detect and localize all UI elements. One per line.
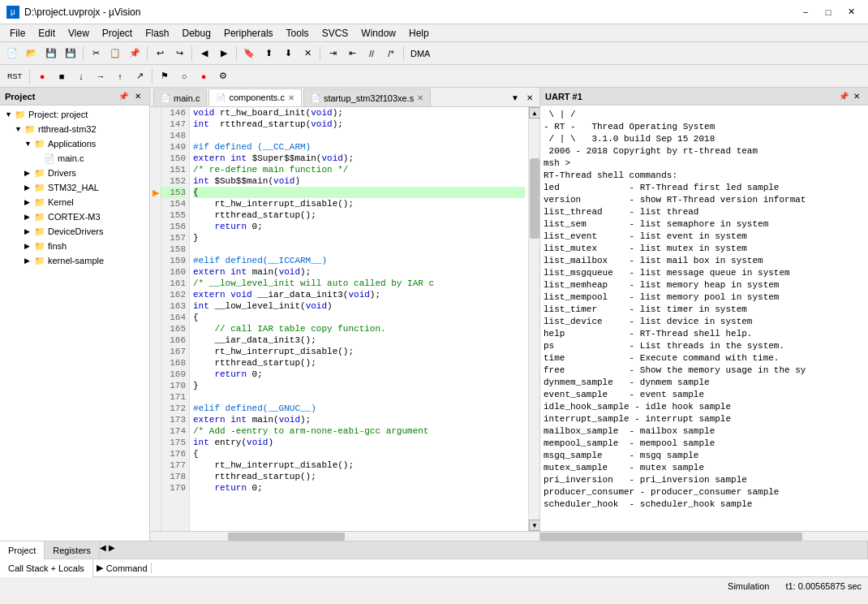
- settings-button[interactable]: ⚙: [214, 67, 232, 85]
- tree-item-label-10: finsh: [48, 241, 67, 251]
- menu-item-flash[interactable]: Flash: [139, 24, 175, 42]
- step-over-button[interactable]: →: [92, 67, 110, 85]
- paste-button[interactable]: 📌: [126, 45, 144, 63]
- uart-line-3: / | \ 3.1.0 build Sep 15 2018: [544, 133, 865, 145]
- scroll-up-button[interactable]: ▲: [529, 107, 539, 119]
- close-tab-icon[interactable]: ✕: [288, 93, 294, 102]
- folder-icon: 📁: [24, 124, 36, 135]
- uart-close-button[interactable]: ✕: [850, 90, 863, 103]
- clear-bookmarks-button[interactable]: ✕: [299, 45, 316, 63]
- code-vertical-scrollbar[interactable]: ▲ ▼: [528, 107, 539, 531]
- redo-button[interactable]: ↪: [170, 45, 188, 63]
- close-all-tabs-button[interactable]: ✕: [523, 88, 536, 106]
- tree-item-drivers[interactable]: ▶ 📁 Drivers: [2, 166, 148, 180]
- indicator-150: [150, 153, 161, 164]
- tree-item-rtthread[interactable]: ▼ 📁 rtthread-stm32: [2, 122, 148, 136]
- code-line-169: return 0;: [193, 369, 525, 380]
- folder-icon-9: 📁: [34, 256, 45, 266]
- copy-button[interactable]: 📋: [106, 45, 124, 63]
- scroll-thumb[interactable]: [530, 158, 539, 239]
- menu-item-peripherals[interactable]: Peripherals: [217, 24, 280, 42]
- cut-button[interactable]: ✂: [87, 45, 105, 63]
- menu-item-help[interactable]: Help: [402, 24, 436, 42]
- tab-mainc[interactable]: 📄 main.c: [153, 88, 207, 106]
- save-button[interactable]: 💾: [42, 45, 60, 63]
- project-close-button[interactable]: ✕: [131, 90, 144, 103]
- kill-bp-button[interactable]: ●: [195, 67, 213, 85]
- uncomment-button[interactable]: /*: [382, 45, 400, 63]
- tree-item-devicedrivers[interactable]: ▶ 📁 DeviceDrivers: [2, 224, 148, 239]
- bookmark-button[interactable]: 🔖: [240, 45, 258, 63]
- maximize-button[interactable]: □: [818, 4, 839, 20]
- uart-h-scroll-thumb[interactable]: [540, 533, 802, 541]
- unindent-button[interactable]: ⇤: [343, 45, 361, 63]
- tree-item-stm32hal[interactable]: ▶ 📁 STM32_HAL: [2, 180, 148, 195]
- indicator-149: [150, 141, 161, 153]
- command-input[interactable]: [152, 563, 868, 573]
- menu-item-tools[interactable]: Tools: [280, 24, 316, 42]
- comment-button[interactable]: //: [363, 45, 380, 63]
- code-h-scroll-thumb[interactable]: [228, 533, 345, 541]
- rst-button[interactable]: RST: [3, 67, 26, 85]
- tree-item-cortex[interactable]: ▶ 📁 CORTEX-M3: [2, 209, 148, 224]
- save-all-button[interactable]: 💾: [62, 45, 79, 63]
- code-text[interactable]: void rt_hw_board_init(void); int rtthrea…: [190, 107, 528, 531]
- next-bookmark-button[interactable]: ⬇: [279, 45, 297, 63]
- code-line-167: rt_hw_interrupt_disable();: [193, 346, 525, 357]
- menu-item-debug[interactable]: Debug: [176, 24, 217, 42]
- tab-startup[interactable]: 📄 startup_stm32f103xe.s ✕: [303, 88, 431, 106]
- open-file-button[interactable]: 📂: [23, 45, 41, 63]
- tree-item-mainc[interactable]: 📄 main.c: [2, 151, 148, 166]
- uart-content[interactable]: \ | / - RT - Thread Operating System / |…: [540, 106, 868, 531]
- tab-componentsc[interactable]: 📄 components.c ✕: [208, 88, 301, 106]
- scroll-left-button[interactable]: ◀: [100, 543, 106, 552]
- navigate-back-button[interactable]: ◀: [196, 45, 213, 63]
- callstack-locals-tab[interactable]: Call Stack + Locals: [0, 559, 93, 577]
- uart-h-scroll-track[interactable]: [540, 532, 868, 541]
- prev-bookmark-button[interactable]: ⬆: [260, 45, 277, 63]
- registers-tab[interactable]: Registers: [45, 541, 99, 559]
- menu-item-edit[interactable]: Edit: [32, 24, 62, 42]
- run-to-cursor-button[interactable]: ↗: [131, 67, 148, 85]
- uart-line-interrupt: interrupt_sample - interrupt sample: [544, 413, 865, 425]
- close-startup-icon[interactable]: ✕: [417, 93, 423, 102]
- project-pin-button[interactable]: 📌: [117, 90, 130, 103]
- tab-menu-button[interactable]: ▼: [509, 88, 522, 106]
- code-h-scroll-track[interactable]: [150, 532, 539, 541]
- stop-button[interactable]: ■: [53, 67, 71, 85]
- undo-button[interactable]: ↩: [151, 45, 169, 63]
- tab-label-componentsc: components.c: [229, 93, 284, 102]
- project-header-buttons: 📌 ✕: [117, 90, 144, 103]
- scroll-track[interactable]: [529, 119, 539, 520]
- menu-item-window[interactable]: Window: [355, 24, 402, 42]
- uart-horizontal-scrollbar[interactable]: [540, 531, 868, 541]
- run-button[interactable]: ●: [33, 67, 51, 85]
- menu-item-project[interactable]: Project: [96, 24, 139, 42]
- project-tab[interactable]: Project: [0, 541, 45, 559]
- step-into-button[interactable]: ↓: [72, 67, 90, 85]
- tree-item-label-7: Kernel: [48, 197, 74, 207]
- indent-button[interactable]: ⇥: [324, 45, 342, 63]
- tree-item-project[interactable]: ▼ 📁 Project: project: [2, 107, 148, 122]
- scroll-right-button[interactable]: ▶: [109, 543, 115, 552]
- menu-item-file[interactable]: File: [3, 24, 32, 42]
- step-out-button[interactable]: ↑: [111, 67, 129, 85]
- new-file-button[interactable]: 📄: [3, 45, 21, 63]
- indicator-152: [150, 175, 161, 187]
- navigate-forward-button[interactable]: ▶: [215, 45, 233, 63]
- uart-line-mailbox: mailbox_sample - mailbox sample: [544, 425, 865, 438]
- code-horizontal-scrollbar[interactable]: [150, 531, 539, 541]
- menu-item-svcs[interactable]: SVCS: [316, 24, 355, 42]
- tree-item-kernelsample[interactable]: ▶ 📁 kernel-sample: [2, 253, 148, 268]
- menu-item-view[interactable]: View: [62, 24, 96, 42]
- uart-pin-button[interactable]: 📌: [837, 90, 850, 103]
- close-button[interactable]: ✕: [840, 4, 862, 20]
- indicator-154: [150, 198, 161, 209]
- tree-item-applications[interactable]: ▼ 📁 Applications: [2, 136, 148, 151]
- tree-item-finsh[interactable]: ▶ 📁 finsh: [2, 239, 148, 253]
- tree-item-kernel[interactable]: ▶ 📁 Kernel: [2, 195, 148, 209]
- breakpoints-button[interactable]: ⚑: [156, 67, 174, 85]
- minimize-button[interactable]: −: [795, 4, 816, 20]
- disable-bp-button[interactable]: ○: [175, 67, 193, 85]
- scroll-down-button[interactable]: ▼: [529, 520, 539, 531]
